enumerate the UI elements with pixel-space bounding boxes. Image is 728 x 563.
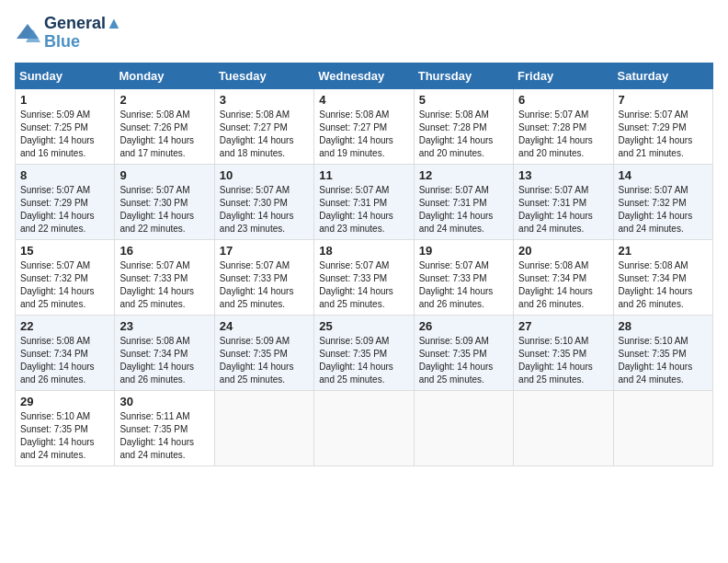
day-info: Sunrise: 5:07 AMSunset: 7:30 PMDaylight:… <box>119 184 209 236</box>
calendar-header-row: SundayMondayTuesdayWednesdayThursdayFrid… <box>16 63 713 88</box>
day-number: 27 <box>518 319 608 333</box>
calendar-cell: 20Sunrise: 5:08 AMSunset: 7:34 PMDayligh… <box>514 239 613 315</box>
day-info: Sunrise: 5:07 AMSunset: 7:33 PMDaylight:… <box>119 259 209 311</box>
day-number: 12 <box>419 168 508 182</box>
calendar-week-row: 29Sunrise: 5:10 AMSunset: 7:35 PMDayligh… <box>16 390 713 465</box>
day-number: 18 <box>319 244 408 258</box>
calendar-cell <box>514 390 613 465</box>
day-number: 24 <box>220 319 309 333</box>
calendar-cell: 19Sunrise: 5:07 AMSunset: 7:33 PMDayligh… <box>414 239 513 315</box>
calendar-cell: 13Sunrise: 5:07 AMSunset: 7:31 PMDayligh… <box>514 164 613 239</box>
day-number: 16 <box>119 244 209 258</box>
day-number: 3 <box>220 93 309 107</box>
day-number: 17 <box>220 244 309 258</box>
calendar-cell: 26Sunrise: 5:09 AMSunset: 7:35 PMDayligh… <box>414 315 513 390</box>
day-number: 19 <box>419 244 508 258</box>
day-info: Sunrise: 5:07 AMSunset: 7:32 PMDaylight:… <box>619 184 708 236</box>
day-number: 30 <box>119 395 209 408</box>
calendar-cell: 7Sunrise: 5:07 AMSunset: 7:29 PMDaylight… <box>613 88 712 164</box>
day-info: Sunrise: 5:07 AMSunset: 7:29 PMDaylight:… <box>20 184 109 236</box>
day-number: 23 <box>119 319 209 333</box>
calendar-cell: 28Sunrise: 5:10 AMSunset: 7:35 PMDayligh… <box>613 315 712 390</box>
day-number: 14 <box>619 168 708 182</box>
day-info: Sunrise: 5:07 AMSunset: 7:28 PMDaylight:… <box>518 109 608 160</box>
day-number: 26 <box>419 319 508 333</box>
calendar-cell: 2Sunrise: 5:08 AMSunset: 7:26 PMDaylight… <box>115 88 214 164</box>
header: General▲ Blue <box>15 15 713 52</box>
day-number: 11 <box>319 168 408 182</box>
day-number: 15 <box>20 244 109 258</box>
day-info: Sunrise: 5:09 AMSunset: 7:25 PMDaylight:… <box>20 109 109 160</box>
day-number: 2 <box>119 93 209 107</box>
day-info: Sunrise: 5:11 AMSunset: 7:35 PMDaylight:… <box>119 410 209 462</box>
calendar-week-row: 8Sunrise: 5:07 AMSunset: 7:29 PMDaylight… <box>16 164 713 239</box>
calendar-cell: 1Sunrise: 5:09 AMSunset: 7:25 PMDaylight… <box>16 88 115 164</box>
calendar-table: SundayMondayTuesdayWednesdayThursdayFrid… <box>15 63 713 466</box>
logo: General▲ Blue <box>15 15 122 52</box>
day-info: Sunrise: 5:07 AMSunset: 7:32 PMDaylight:… <box>20 259 109 311</box>
day-number: 20 <box>518 244 608 258</box>
calendar-weekday-header: Wednesday <box>314 63 414 88</box>
calendar-weekday-header: Tuesday <box>214 63 313 88</box>
day-info: Sunrise: 5:08 AMSunset: 7:26 PMDaylight:… <box>119 109 209 160</box>
day-info: Sunrise: 5:07 AMSunset: 7:31 PMDaylight:… <box>319 184 408 236</box>
calendar-cell <box>414 390 513 465</box>
day-number: 1 <box>20 93 109 107</box>
calendar-cell: 17Sunrise: 5:07 AMSunset: 7:33 PMDayligh… <box>214 239 313 315</box>
calendar-cell: 22Sunrise: 5:08 AMSunset: 7:34 PMDayligh… <box>16 315 115 390</box>
day-info: Sunrise: 5:07 AMSunset: 7:29 PMDaylight:… <box>619 109 708 160</box>
day-info: Sunrise: 5:08 AMSunset: 7:34 PMDaylight:… <box>119 335 209 386</box>
calendar-cell: 5Sunrise: 5:08 AMSunset: 7:28 PMDaylight… <box>414 88 513 164</box>
calendar-cell: 14Sunrise: 5:07 AMSunset: 7:32 PMDayligh… <box>613 164 712 239</box>
day-number: 9 <box>119 168 209 182</box>
calendar-cell: 11Sunrise: 5:07 AMSunset: 7:31 PMDayligh… <box>314 164 414 239</box>
day-info: Sunrise: 5:08 AMSunset: 7:34 PMDaylight:… <box>619 259 708 311</box>
day-number: 22 <box>20 319 109 333</box>
calendar-body: 1Sunrise: 5:09 AMSunset: 7:25 PMDaylight… <box>16 88 713 465</box>
calendar-cell: 10Sunrise: 5:07 AMSunset: 7:30 PMDayligh… <box>214 164 313 239</box>
day-info: Sunrise: 5:09 AMSunset: 7:35 PMDaylight:… <box>319 335 408 386</box>
calendar-cell: 8Sunrise: 5:07 AMSunset: 7:29 PMDaylight… <box>16 164 115 239</box>
logo-icon <box>15 20 40 46</box>
day-number: 10 <box>220 168 309 182</box>
calendar-cell <box>613 390 712 465</box>
day-info: Sunrise: 5:10 AMSunset: 7:35 PMDaylight:… <box>619 335 708 386</box>
day-number: 25 <box>319 319 408 333</box>
day-info: Sunrise: 5:10 AMSunset: 7:35 PMDaylight:… <box>20 410 109 462</box>
day-number: 8 <box>20 168 109 182</box>
calendar-week-row: 15Sunrise: 5:07 AMSunset: 7:32 PMDayligh… <box>16 239 713 315</box>
day-info: Sunrise: 5:07 AMSunset: 7:31 PMDaylight:… <box>518 184 608 236</box>
day-number: 21 <box>619 244 708 258</box>
calendar-cell: 6Sunrise: 5:07 AMSunset: 7:28 PMDaylight… <box>514 88 613 164</box>
calendar-weekday-header: Monday <box>115 63 214 88</box>
logo-text: General▲ Blue <box>44 15 122 52</box>
day-info: Sunrise: 5:08 AMSunset: 7:27 PMDaylight:… <box>220 109 309 160</box>
day-info: Sunrise: 5:07 AMSunset: 7:31 PMDaylight:… <box>419 184 508 236</box>
day-number: 7 <box>619 93 708 107</box>
day-info: Sunrise: 5:08 AMSunset: 7:27 PMDaylight:… <box>319 109 408 160</box>
calendar-weekday-header: Saturday <box>613 63 712 88</box>
calendar-cell: 18Sunrise: 5:07 AMSunset: 7:33 PMDayligh… <box>314 239 414 315</box>
calendar-weekday-header: Sunday <box>16 63 115 88</box>
day-number: 6 <box>518 93 608 107</box>
calendar-cell: 29Sunrise: 5:10 AMSunset: 7:35 PMDayligh… <box>16 390 115 465</box>
day-number: 13 <box>518 168 608 182</box>
day-info: Sunrise: 5:09 AMSunset: 7:35 PMDaylight:… <box>419 335 508 386</box>
calendar-cell <box>214 390 313 465</box>
calendar-week-row: 22Sunrise: 5:08 AMSunset: 7:34 PMDayligh… <box>16 315 713 390</box>
day-number: 4 <box>319 93 408 107</box>
calendar-cell: 12Sunrise: 5:07 AMSunset: 7:31 PMDayligh… <box>414 164 513 239</box>
calendar-cell: 30Sunrise: 5:11 AMSunset: 7:35 PMDayligh… <box>115 390 214 465</box>
calendar-weekday-header: Friday <box>514 63 613 88</box>
calendar-cell: 4Sunrise: 5:08 AMSunset: 7:27 PMDaylight… <box>314 88 414 164</box>
calendar-cell: 15Sunrise: 5:07 AMSunset: 7:32 PMDayligh… <box>16 239 115 315</box>
calendar-cell: 24Sunrise: 5:09 AMSunset: 7:35 PMDayligh… <box>214 315 313 390</box>
calendar-week-row: 1Sunrise: 5:09 AMSunset: 7:25 PMDaylight… <box>16 88 713 164</box>
day-info: Sunrise: 5:08 AMSunset: 7:28 PMDaylight:… <box>419 109 508 160</box>
day-info: Sunrise: 5:09 AMSunset: 7:35 PMDaylight:… <box>220 335 309 386</box>
day-number: 29 <box>20 395 109 408</box>
day-info: Sunrise: 5:07 AMSunset: 7:33 PMDaylight:… <box>319 259 408 311</box>
day-info: Sunrise: 5:08 AMSunset: 7:34 PMDaylight:… <box>20 335 109 386</box>
day-info: Sunrise: 5:07 AMSunset: 7:33 PMDaylight:… <box>419 259 508 311</box>
calendar-cell: 27Sunrise: 5:10 AMSunset: 7:35 PMDayligh… <box>514 315 613 390</box>
